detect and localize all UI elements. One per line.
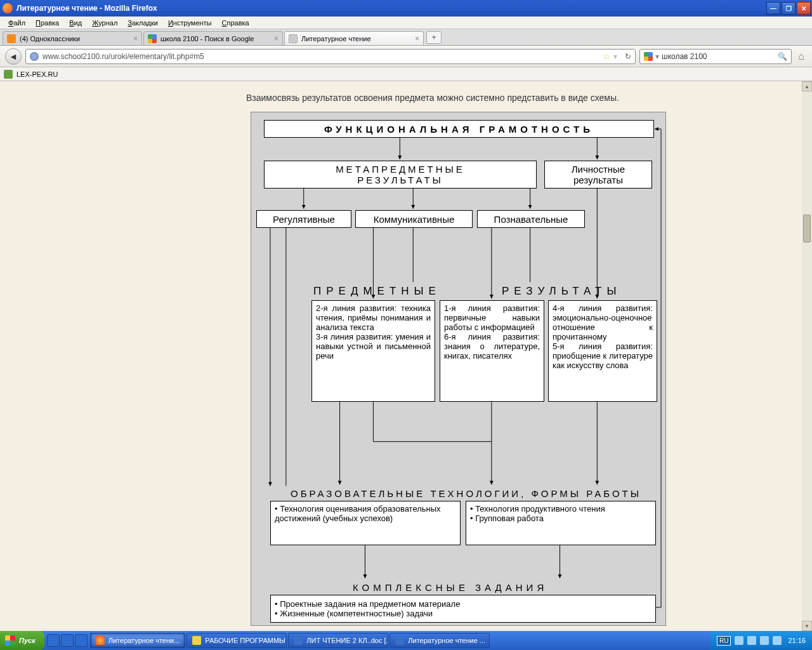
close-button[interactable]: ✕ (797, 2, 811, 15)
vertical-scrollbar[interactable]: ▲ ▼ (802, 81, 812, 631)
menu-view[interactable]: Вид (65, 18, 86, 28)
menu-tools[interactable]: Инструменты (164, 18, 216, 28)
bookmark-star-icon[interactable]: ☆ (603, 51, 611, 62)
quick-launch (47, 634, 88, 647)
tab-label: Литературное чтение (301, 35, 371, 43)
folder-icon (192, 636, 201, 645)
globe-icon (30, 52, 39, 61)
tab-close-icon[interactable]: × (274, 34, 278, 43)
taskbar-item-word1[interactable]: ЛИТ ЧТЕНИЕ 2 КЛ..doc [... (288, 633, 388, 648)
minimize-button[interactable]: — (766, 2, 780, 15)
odnoklassniki-icon (7, 34, 16, 43)
task-label: ЛИТ ЧТЕНИЕ 2 КЛ..doc [... (306, 637, 388, 644)
start-button[interactable]: Пуск (0, 631, 44, 650)
task-label: Литературное чтение ... (408, 637, 485, 644)
header-technologies: ОБРАЗОВАТЕЛЬНЫЕ ТЕХНОЛОГИИ, ФОРМЫ РАБОТЫ (291, 488, 641, 499)
box-cognitive: Познавательные (477, 210, 585, 228)
url-bar[interactable]: www.school2100.ru/uroki/elementary/lit.p… (25, 49, 636, 64)
tab-label: школа 2100 - Поиск в Google (160, 35, 254, 43)
box-line-4-5: 4-я линия развития: эмоционально-оценочн… (548, 300, 657, 402)
reload-icon[interactable]: ↻ (625, 52, 631, 61)
taskbar-item-firefox[interactable]: Литературное чтени... (90, 633, 186, 648)
url-text: www.school2100.ru/uroki/elementary/lit.p… (43, 52, 204, 61)
windows-taskbar: Пуск Литературное чтени... РАБОЧИЕ ПРОГР… (0, 631, 812, 650)
bookmarks-toolbar: LEX-PEX.RU (0, 67, 812, 81)
box-complex-tasks: • Проектные задания на предметном матери… (270, 595, 656, 623)
bookmark-link[interactable]: LEX-PEX.RU (16, 70, 58, 78)
page-icon (289, 34, 298, 43)
box-tech-reading: • Технология продуктивного чтения • Груп… (466, 501, 656, 545)
google-icon (644, 52, 653, 61)
firefox-icon (96, 636, 105, 645)
menu-bar: Файл Правка Вид Журнал Закладки Инструме… (0, 17, 812, 29)
box-personal-results: Личностные результаты (544, 161, 652, 189)
header-subject: ПРЕДМЕТНЫЕ (313, 285, 441, 298)
bookmark-favicon (4, 70, 13, 79)
header-complex-tasks: КОМПЛЕКСНЫЕ ЗАДАНИЯ (353, 582, 547, 593)
taskbar-item-folder[interactable]: РАБОЧИЕ ПРОГРАММЫ ... (187, 633, 287, 648)
box-line-2-3: 2-я линия развития: техника чтения, приё… (311, 300, 435, 402)
new-tab-button[interactable]: + (426, 31, 442, 44)
box-regulatory: Регулятивные (256, 210, 351, 228)
task-label: Литературное чтени... (108, 637, 180, 644)
box-tech-assessment: • Технология оценивания образовательных … (270, 501, 461, 545)
menu-history[interactable]: Журнал (88, 18, 122, 28)
tab-label: (4) Одноклассники (20, 35, 80, 43)
tray-icon[interactable] (747, 636, 756, 645)
box-communicative: Коммуникативные (355, 210, 473, 228)
google-icon (148, 34, 157, 43)
tab-close-icon[interactable]: × (415, 34, 419, 43)
windows-logo-icon (5, 635, 15, 646)
tab-bar: (4) Одноклассники × школа 2100 - Поиск в… (0, 29, 812, 46)
task-label: РАБОЧИЕ ПРОГРАММЫ ... (205, 637, 287, 644)
box-meta-results: МЕТАПРЕДМЕТНЫЕ РЕЗУЛЬТАТЫ (264, 161, 537, 189)
header-results: РЕЗУЛЬТАТЫ (502, 285, 622, 298)
window-titlebar: Литературное чтение - Mozilla Firefox — … (0, 0, 812, 17)
firefox-icon (3, 3, 13, 13)
start-label: Пуск (19, 637, 36, 644)
clock[interactable]: 21:16 (788, 637, 806, 644)
tab-current[interactable]: Литературное чтение × (284, 31, 424, 45)
search-icon[interactable]: 🔍 (778, 52, 787, 61)
quick-launch-item[interactable] (61, 634, 74, 647)
taskbar-item-word2[interactable]: Литературное чтение ... (390, 633, 490, 648)
tab-odnoklassniki[interactable]: (4) Одноклассники × (3, 31, 142, 45)
back-button[interactable]: ◄ (5, 48, 22, 65)
home-button[interactable]: ⌂ (796, 51, 807, 62)
tray-icon[interactable] (735, 636, 743, 645)
quick-launch-item[interactable] (75, 634, 88, 647)
scroll-down-icon[interactable]: ▼ (802, 621, 812, 631)
word-icon (395, 636, 404, 645)
tab-close-icon[interactable]: × (133, 34, 138, 43)
scroll-thumb[interactable] (803, 215, 811, 242)
page-content: Взаимосвязь результатов освоения предмет… (0, 81, 802, 631)
search-text: школав 2100 (662, 52, 707, 61)
quick-launch-item[interactable] (47, 634, 60, 647)
scroll-up-icon[interactable]: ▲ (802, 81, 812, 91)
tray-icon[interactable] (773, 636, 782, 645)
box-line-1-6: 1-я линия развития: первичные навыки раб… (440, 300, 544, 402)
tab-google[interactable]: школа 2100 - Поиск в Google × (143, 31, 283, 45)
menu-file[interactable]: Файл (4, 18, 30, 28)
intro-text: Взаимосвязь результатов освоения предмет… (0, 81, 802, 103)
box-functional-literacy: ФУНКЦИОНАЛЬНАЯ ГРАМОТНОСТЬ (264, 120, 654, 138)
menu-bookmarks[interactable]: Закладки (123, 18, 162, 28)
navigation-toolbar: ◄ www.school2100.ru/uroki/elementary/lit… (0, 46, 812, 67)
word-icon (294, 636, 303, 645)
menu-help[interactable]: Справка (218, 18, 254, 28)
tray-icon[interactable] (760, 636, 769, 645)
menu-edit[interactable]: Правка (31, 18, 63, 28)
search-box[interactable]: ▾ школав 2100 🔍 (639, 49, 792, 64)
maximize-button[interactable]: ❐ (782, 2, 796, 15)
system-tray: RU 21:16 (710, 631, 812, 650)
window-title: Литературное чтение - Mozilla Firefox (16, 4, 157, 13)
language-indicator[interactable]: RU (717, 636, 731, 646)
scheme-diagram: ФУНКЦИОНАЛЬНАЯ ГРАМОТНОСТЬ МЕТАПРЕДМЕТНЫ… (251, 112, 666, 626)
